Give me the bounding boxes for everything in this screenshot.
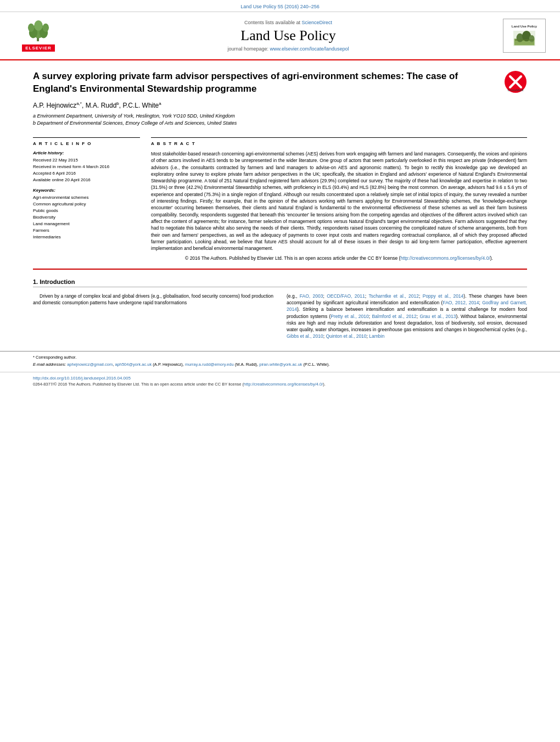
journal-center: Contents lists available at ScienceDirec… [77,20,500,52]
authors-line: A.P. Hejnowicza,*, M.A. Ruddb, P.C.L. Wh… [33,101,472,109]
doi-link[interactable]: http://dx.doi.org/10.1016/j.landusepol.2… [33,376,527,381]
ref-godfray[interactable]: Godfray and Garnett, 2014 [287,300,527,312]
ref-lambin[interactable]: Lambin [369,333,384,339]
email2-note: (M.A. Rudd), [235,362,260,367]
intro-header: 1. Introduction [33,278,527,287]
ref-grau[interactable]: Grau et al., 2013 [419,314,456,319]
cc-prefix: 0264-8377/© 2016 The Authors. Published … [33,382,244,387]
doi-bar: http://dx.doi.org/10.1016/j.landusepol.2… [0,372,560,390]
crossmark-icon: CrossMark [504,70,527,93]
affiliations: a Environment Department, University of … [33,113,472,127]
ref-fao2003[interactable]: FAO, 2003 [300,293,323,299]
author2: M.A. Rudd [86,102,117,109]
crossmark-area: A survey exploring private farm advisor … [33,70,527,130]
intro-p2: (e.g., FAO, 2003; OECD/FAO, 2011; Tschar… [287,293,527,340]
two-column-section: A R T I C L E I N F O Article history: R… [0,137,560,261]
ref-gibbs[interactable]: Gibbs et al., 2010 [287,333,323,339]
copyright-notice: © 2016 The Authors. Published by Elsevie… [151,255,527,261]
ref-balmford[interactable]: Balmford et al., 2012 [372,314,416,319]
copyright-text: © 2016 The Authors. Published by Elsevie… [185,255,397,261]
journal-logo-box: Land Use Policy [503,19,546,53]
affiliation-b: b Department of Environmental Sciences, … [33,120,472,127]
svg-point-5 [28,23,34,31]
article-section: A survey exploring private farm advisor … [0,60,560,130]
email3-link[interactable]: murray.a.rudd@emory.edu [185,362,234,367]
cc-url[interactable]: http://creativecommons.org/licenses/by/4… [244,382,323,387]
intro-p1: Driven by a range of complex local and g… [33,293,273,306]
intro-number: 1. [33,278,38,285]
svg-text:CrossMark: CrossMark [507,88,524,92]
keyword-4: Biodiversity [33,214,140,221]
journal-logo-right: Land Use Policy [500,16,549,55]
fn-emails: E-mail addresses: aphejnowicz@gmail.com,… [33,361,527,367]
svg-point-6 [43,23,49,31]
article-title: A survey exploring private farm advisor … [33,70,472,96]
journal-header: ELSEVIER Contents lists available at Sci… [0,12,560,60]
logo-label: Land Use Policy [512,25,537,29]
cc-license-text: 0264-8377/© 2016 The Authors. Published … [33,382,527,387]
homepage-link[interactable]: www.elsevier.com/locate/landusepol [270,46,349,52]
article-info-title: A R T I C L E I N F O [33,141,140,146]
keyword-5: Land management [33,221,140,227]
logo-graphic-icon [513,30,535,47]
article-title-block: A survey exploring private farm advisor … [33,70,472,130]
accepted-date: Accepted 6 April 2016 [33,170,140,177]
cc-suffix: ). [323,382,326,387]
ref-poppy[interactable]: Poppy et al., 2014 [423,293,464,299]
ref-pretty[interactable]: Pretty et al., 2010 [331,314,368,319]
cc-link[interactable]: http://creativecommons.org/licenses/by/4… [400,255,490,261]
elsevier-logo: ELSEVIER [11,19,66,52]
keyword-3: Public goods [33,208,140,214]
contents-line: Contents lists available at ScienceDirec… [77,20,500,25]
keyword-2: Common agricultural policy [33,201,140,208]
ref-tscharntke[interactable]: Tscharntke et al., 2012 [368,293,419,299]
svg-point-4 [34,20,42,31]
available-date: Available online 20 April 2016 [33,177,140,183]
page: Land Use Policy 55 (2016) 240–256 ELSEV [0,0,560,742]
keyword-6: Farmers [33,227,140,234]
author3-sup: a [159,101,161,106]
email3-note: (P.C.L. White). [303,362,329,367]
revised-date: Received in revised form 4 March 2016 [33,164,140,170]
svg-rect-12 [515,40,534,41]
email4-link[interactable]: piran.white@york.ac.uk [259,362,302,367]
email2-link[interactable]: aph504@york.ac.uk [115,362,152,367]
volume-bar: Land Use Policy 55 (2016) 240–256 [0,0,560,12]
author3: P.C.L. White [122,102,159,109]
email1-link[interactable]: aphejnowicz@gmail.com [67,362,113,367]
intro-title: Introduction [40,278,75,285]
sciencedirect-link[interactable]: ScienceDirect [302,20,333,25]
svg-point-11 [529,35,535,42]
author1-sup: a,* [76,101,82,106]
intro-columns: Driven by a range of complex local and g… [33,293,527,340]
elsevier-label: ELSEVIER [22,44,55,52]
footnotes: * Corresponding author. E-mail addresses… [0,351,560,368]
author1: A.P. Hejnowicz [33,102,76,109]
keyword-1: Agri-environmental schemes [33,194,140,201]
history-title: Article history: [33,150,140,155]
intro-col-left: Driven by a range of complex local and g… [33,293,273,340]
affiliation-a: a Environment Department, University of … [33,113,472,120]
author2-sup: b [116,101,119,106]
crossmark-badge[interactable]: CrossMark [504,70,527,94]
keywords-list: Agri-environmental schemes Common agricu… [33,194,140,241]
abstract-text: Most stakeholder-based research concerni… [151,150,527,252]
volume-info: Land Use Policy 55 (2016) 240–256 [240,4,320,9]
email1-note: (A.P. Hejnowicz), [153,362,185,367]
abstract-title: A B S T R A C T [151,141,527,146]
article-info: A R T I C L E I N F O Article history: R… [33,137,140,261]
elsevier-tree-icon [22,20,55,42]
introduction-section: 1. Introduction Driven by a range of com… [0,270,560,340]
ref-oecd[interactable]: OECD/FAO, 2011 [327,293,365,299]
ref-fao2012[interactable]: FAO, 2012, 2014 [443,300,479,305]
ref-quinton[interactable]: Quinton et al., 2010 [326,333,366,339]
homepage-line: journal homepage: www.elsevier.com/locat… [77,46,500,52]
keywords-title: Keywords: [33,188,140,193]
intro-col-right: (e.g., FAO, 2003; OECD/FAO, 2011; Tschar… [287,293,527,340]
abstract-col: A B S T R A C T Most stakeholder-based r… [151,137,527,261]
fn-corresponding: * Corresponding author. [33,354,527,360]
received-date: Received 22 May 2015 [33,157,140,164]
journal-title: Land Use Policy [77,27,500,44]
keyword-7: Intermediaries [33,234,140,241]
